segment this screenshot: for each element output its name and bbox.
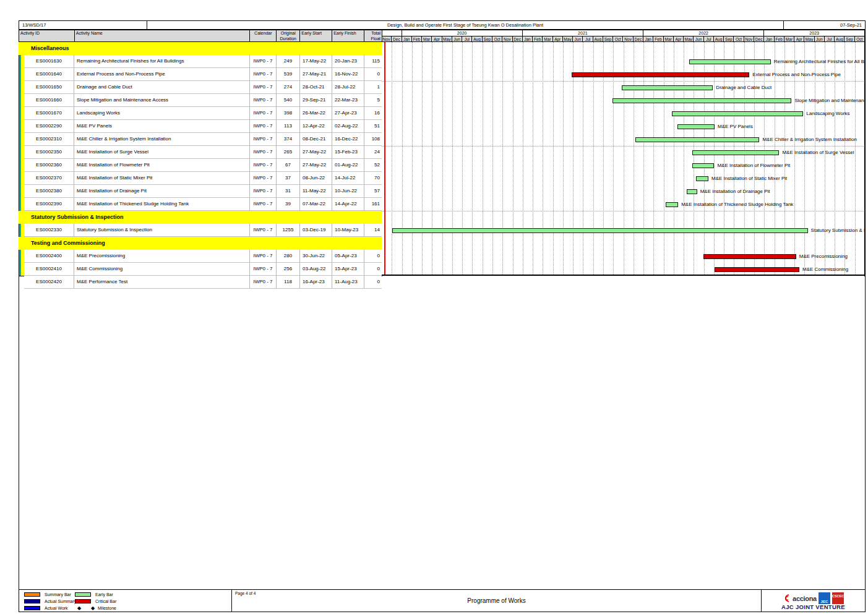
cell-name: External Process and Non-Process Pipe [74,68,250,81]
month-label: May [442,36,452,42]
gantt-bar-label: External Process and Non-Process Pipe [752,72,841,77]
cell-ef: 16-Nov-22 [332,68,364,81]
legend-label: Actual Work [45,605,68,611]
month-label: Sep [603,36,613,42]
cell-tf: 0 [364,68,382,81]
month-label: Jul [462,36,472,42]
table-row: ES0001670Landscaping WorksIWP0 - 739826-… [24,107,382,120]
cell-es: 03-Aug-22 [300,263,332,276]
month-label: Nov [382,36,392,42]
cell-cal: IWP0 - 7 [250,146,277,159]
footer: Summary BarActual SummaryActual WorkEarl… [19,589,866,612]
row-group-gridline [382,211,865,211]
month-gridline [533,42,533,276]
month-label: Jan [643,36,653,42]
month-label: Sep [844,36,854,42]
cell-dur: 256 [277,263,300,276]
cell-tf: 0 [364,276,382,289]
gantt-bar-ES0001640 [572,72,750,77]
timeline-header: NovDec2020JanFebMarAprMayJunJulAugSepOct… [382,30,865,42]
cell-cal: IWP0 - 7 [250,94,277,107]
month-gridline [452,42,453,276]
cell-tf: 0 [364,263,382,276]
cell-ef: 22-Mar-23 [332,94,364,107]
acciona-swirl-icon [783,594,791,603]
month-label: Sep [483,36,492,42]
legend-label: Summary Bar [45,592,71,597]
cell-tf: 16 [364,107,382,120]
cell-ef: 11-Aug-23 [332,276,364,289]
cell-ef: 20-Jan-23 [332,55,364,68]
cell-name: M&E Installation of Thickened Sludge Hol… [74,198,250,211]
cell-dur: 265 [277,146,300,159]
table-row: ES0001630Remaining Architectural Finishe… [24,55,382,68]
logo-row: acciona JEC CSCEC [762,592,865,604]
gantt-bar-label: M&E Commissioning [802,266,848,272]
section-row: Statutory Submission & Inspection [19,211,382,224]
cell-dur: 1255 [277,224,300,237]
table-row: ES0001650Drainage and Cable DuctIWP0 - 7… [24,81,382,94]
table-row: ES0002360M&E Installation of Flowmeter P… [24,159,382,172]
month-gridline [432,42,432,276]
cell-es: 30-Jun-22 [300,250,332,263]
cell-ef: 15-Feb-23 [332,146,364,159]
report-header: 13/WSD/17 Design, Build and Operate Firs… [19,20,866,30]
gantt-bar-ES0002310 [635,137,759,142]
month-label: Dec [634,36,643,42]
footer-center-panel: Page 4 of 4 Programme of Works [232,590,762,612]
month-label: Jul [825,36,835,42]
gantt-bar-ES0002360 [692,163,715,168]
cell-id: ES0001670 [24,107,74,120]
cell-dur: 280 [277,250,300,263]
month-label: Apr [553,36,563,42]
cell-id: ES0002410 [24,263,74,276]
month-label: Oct [855,36,865,42]
month-gridline [563,42,564,276]
month-label: Aug [593,36,603,42]
month-label: Mar [543,36,552,42]
month-label: Jan [402,36,412,42]
gantt-bar-label: Drainage and Cable Duct [716,85,771,90]
cell-name: M&E Precomissioning [74,250,250,263]
cell-cal: IWP0 - 7 [250,68,277,81]
section-row: Miscellaneous [19,42,382,55]
cell-ef: 05-Apr-23 [332,250,364,263]
year-label-blank [382,30,402,36]
table-row: ES0002290M&E PV PanelsIWP0 - 711312-Apr-… [24,120,382,133]
section-row: Testing and Commissioning [19,237,382,250]
month-label: Jun [452,36,462,42]
month-label: Mar [784,36,794,42]
year-label-2023: 2023 [764,30,865,36]
cell-tf: 52 [364,159,382,172]
month-label: Mar [422,36,432,42]
gantt-bar-ES0002370 [696,176,708,181]
cell-dur: 31 [277,185,300,198]
cell-dur: 113 [277,120,300,133]
programme-of-works-page: { "header": { "contract_no": "13/WSD/17"… [0,0,868,614]
legend-panel: Summary BarActual SummaryActual WorkEarl… [19,590,232,612]
cell-tf: 5 [364,94,382,107]
legend-label: Milestone [98,605,116,611]
legend-swatch-actual-work [24,606,40,610]
month-label: Jan [523,36,533,42]
cell-name: M&E Installation of Static Mixer Pit [74,172,250,185]
cell-es: 26-Mar-22 [300,107,332,120]
project-title: Design, Build and Operate First Stage of… [147,21,784,29]
year-label-2020: 2020 [402,30,523,36]
cell-dur: 274 [277,81,300,94]
cell-cal: IWP0 - 7 [250,81,277,94]
month-label: Aug [472,36,482,42]
data-date-line [384,42,385,276]
table-row: ES0001660Slope Mitigation and Maintenanc… [24,94,382,107]
cell-tf: 70 [364,172,382,185]
month-label: Apr [674,36,684,42]
month-label: Jul [583,36,593,42]
page-number: Page 4 of 4 [235,591,256,595]
month-label: Apr [432,36,442,42]
month-label: Nov [502,36,512,42]
cell-id: ES0002360 [24,159,74,172]
cell-ef: 16-Dec-22 [332,133,364,146]
table-row: ES0002350M&E Installation of Surge Vesse… [24,146,382,159]
cell-name: Slope Mitigation and Maintenance Access [74,94,250,107]
month-gridline [483,42,483,276]
